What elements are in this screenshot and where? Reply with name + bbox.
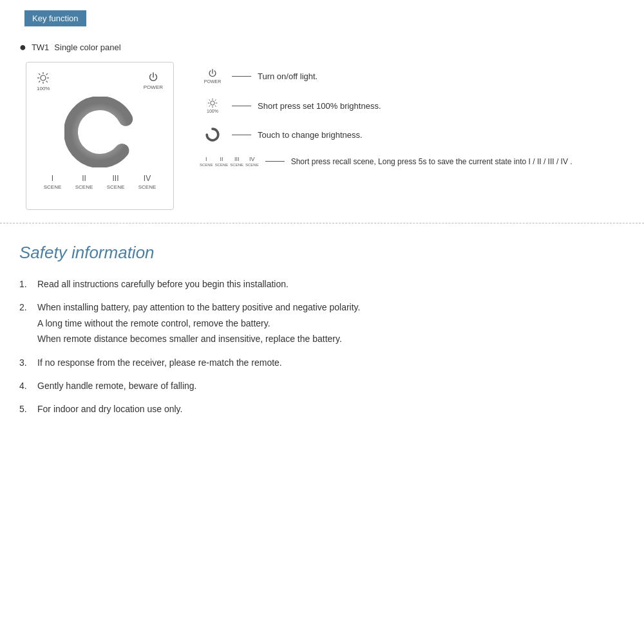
safety-item-1: 1. Read all instructions carefully befor…	[19, 277, 625, 291]
brightness-label: 100%	[37, 86, 50, 91]
safety-item-4: 4. Gently handle remote, beware of falli…	[19, 379, 625, 393]
key-function-label: Key function	[32, 14, 79, 23]
scene-ii: II SCENE	[75, 174, 93, 190]
legend-line-3	[232, 135, 251, 135]
legend-text-1: Turn on/off light.	[258, 71, 317, 81]
svg-line-8	[39, 81, 40, 82]
legend-line-2	[232, 106, 251, 106]
power-label: POWER	[144, 84, 163, 90]
svg-line-5	[39, 73, 40, 75]
legend-power-svg	[207, 68, 218, 79]
svg-line-6	[46, 81, 48, 82]
svg-line-17	[209, 106, 211, 107]
legend-power-icon-area: POWER	[200, 68, 225, 84]
panel-top-row: 100% POWER	[37, 71, 163, 91]
legend-scenes-row: I SCENE II SCENE III SCENE IV	[200, 156, 573, 167]
safety-section: Safety information 1. Read all instructi…	[0, 223, 644, 445]
panel-power-icon: POWER	[144, 71, 163, 90]
scene-i: I SCENE	[44, 174, 62, 190]
legend-scenes-icon-area: I SCENE II SCENE III SCENE IV	[200, 156, 259, 167]
list-content-4: Gently handle remote, beware of falling.	[37, 379, 625, 393]
safety-title: Safety information	[19, 243, 625, 263]
safety-item-5: 5. For indoor and dry location use only.	[19, 402, 625, 416]
list-content-5: For indoor and dry location use only.	[37, 402, 625, 416]
panel-illustration: 100% POWER	[26, 62, 174, 210]
list-num-3: 3.	[19, 355, 37, 370]
svg-line-7	[46, 73, 48, 75]
scene-row: I SCENE II SCENE III SCENE IV SCENE	[37, 174, 163, 190]
legend-dial-svg	[205, 128, 220, 142]
svg-point-0	[41, 75, 46, 80]
safety-item-2: 2. When installing battery, pay attentio…	[19, 300, 625, 346]
legend-sun-icon-area: 100%	[200, 98, 225, 113]
list-content-3: If no response from the receiver, please…	[37, 355, 625, 370]
svg-line-15	[215, 106, 216, 107]
list-num-5: 5.	[19, 402, 37, 416]
legend-power-row: POWER Turn on/off light.	[200, 68, 573, 84]
list-num-4: 4.	[19, 379, 37, 393]
tw1-label: TW1	[32, 43, 49, 52]
svg-point-9	[211, 101, 214, 105]
dial-svg	[64, 97, 135, 167]
legend-line-1	[232, 76, 251, 77]
legend-text-3: Touch to change brightness.	[258, 130, 363, 140]
scene-iii: III SCENE	[107, 174, 125, 190]
key-function-bar: Key function	[24, 10, 86, 26]
legend-dial-row: Touch to change brightness.	[200, 128, 573, 142]
scene-iv: IV SCENE	[138, 174, 156, 190]
bullet-icon: ●	[19, 41, 26, 54]
safety-list: 1. Read all instructions carefully befor…	[19, 277, 625, 417]
dial-wrapper	[37, 97, 163, 167]
panel-brightness-icon: 100%	[37, 71, 50, 91]
legend-scene-icons: I SCENE II SCENE III SCENE IV	[200, 156, 259, 167]
dial	[64, 97, 135, 167]
svg-line-16	[215, 100, 216, 101]
legend-text-4: Short press recall scene, Long press 5s …	[291, 157, 573, 166]
tw1-title: ● TW1 Single color panel	[19, 41, 625, 54]
list-content-1: Read all instructions carefully before y…	[37, 277, 625, 291]
legend-sun-row: 100% Short press set 100% brightness.	[200, 98, 573, 113]
legend-side: POWER Turn on/off light.	[200, 62, 573, 167]
list-num-2: 2.	[19, 300, 37, 314]
legend-line-4	[265, 161, 285, 162]
key-function-section: ● TW1 Single color panel	[0, 26, 644, 223]
legend-sun-svg	[207, 98, 218, 108]
svg-line-14	[209, 100, 211, 101]
list-content-2: When installing battery, pay attention t…	[37, 300, 625, 346]
sun-svg	[37, 71, 50, 84]
power-svg	[147, 71, 159, 83]
legend-dial-icon-area	[200, 128, 225, 142]
list-num-1: 1.	[19, 277, 37, 291]
legend-text-2: Short press set 100% brightness.	[258, 101, 381, 111]
tw1-type: Single color panel	[54, 43, 120, 52]
tw1-content: 100% POWER	[26, 62, 625, 210]
safety-item-3: 3. If no response from the receiver, ple…	[19, 355, 625, 370]
